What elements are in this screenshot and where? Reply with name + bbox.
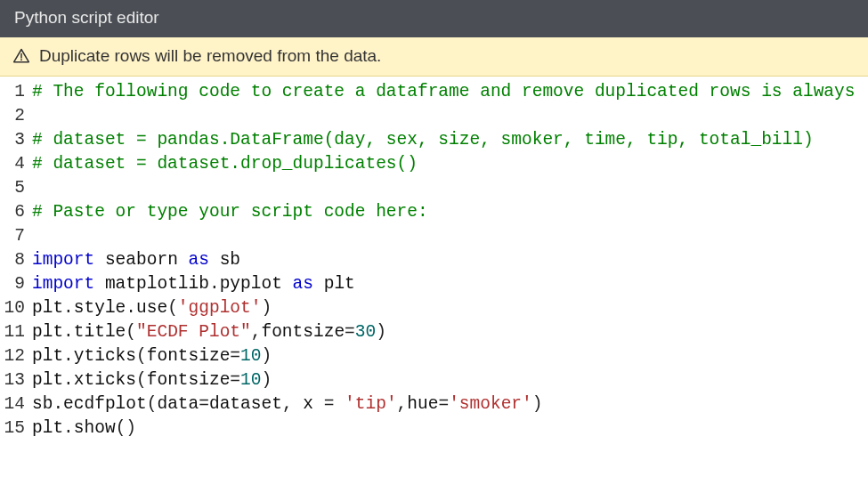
gutter-line: 11	[0, 320, 25, 344]
warning-triangle-icon	[12, 47, 30, 65]
gutter-line: 7	[0, 224, 25, 248]
code-line[interactable]: # The following code to create a datafra…	[32, 80, 855, 104]
gutter-line: 8	[0, 248, 25, 272]
gutter-line: 5	[0, 176, 25, 200]
code-line[interactable]: plt.style.use('ggplot')	[32, 296, 855, 320]
gutter-line: 12	[0, 344, 25, 368]
code-line[interactable]: # dataset = pandas.DataFrame(day, sex, s…	[32, 128, 855, 152]
gutter-line: 6	[0, 200, 25, 224]
code-line[interactable]: plt.show()	[32, 416, 855, 441]
code-content[interactable]: # The following code to create a datafra…	[32, 80, 855, 441]
code-line[interactable]: # Paste or type your script code here:	[32, 200, 855, 224]
editor-title: Python script editor	[14, 8, 159, 27]
gutter-line: 1	[0, 80, 25, 104]
code-line[interactable]: plt.xticks(fontsize=10)	[32, 368, 855, 392]
gutter-line: 10	[0, 296, 25, 320]
code-line[interactable]: import matplotlib.pyplot as plt	[32, 272, 855, 296]
code-line[interactable]: plt.yticks(fontsize=10)	[32, 344, 855, 368]
gutter-line: 13	[0, 368, 25, 392]
gutter-line: 15	[0, 416, 25, 441]
gutter-line: 9	[0, 272, 25, 296]
svg-point-1	[20, 59, 22, 61]
code-line[interactable]	[32, 224, 855, 248]
warning-bar: Duplicate rows will be removed from the …	[0, 37, 868, 77]
code-line[interactable]	[32, 176, 855, 200]
editor-header: Python script editor	[0, 0, 868, 37]
gutter-line: 4	[0, 152, 25, 176]
warning-message: Duplicate rows will be removed from the …	[39, 46, 381, 66]
code-editor[interactable]: 123456789101112131415 # The following co…	[0, 77, 868, 441]
gutter-line: 3	[0, 128, 25, 152]
gutter-line: 14	[0, 392, 25, 416]
code-line[interactable]: # dataset = dataset.drop_duplicates()	[32, 152, 855, 176]
code-line[interactable]: plt.title("ECDF Plot",fontsize=30)	[32, 320, 855, 344]
gutter: 123456789101112131415	[0, 80, 32, 441]
code-line[interactable]	[32, 104, 855, 128]
code-line[interactable]: sb.ecdfplot(data=dataset, x = 'tip',hue=…	[32, 392, 855, 416]
gutter-line: 2	[0, 104, 25, 128]
code-line[interactable]: import seaborn as sb	[32, 248, 855, 272]
